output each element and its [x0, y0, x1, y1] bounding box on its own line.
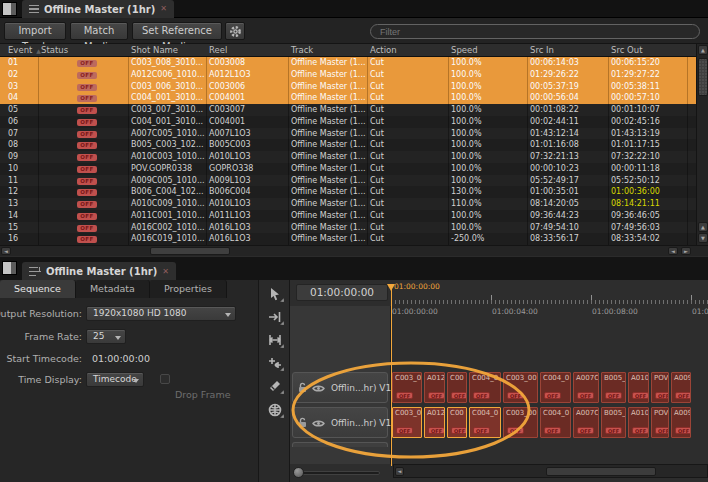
table-horizontal-scrollbar[interactable]: ◄ ◄ ►: [0, 245, 708, 256]
column-header-src-in[interactable]: Src In: [528, 44, 609, 56]
current-timecode-display[interactable]: 01:00:00:00: [296, 284, 388, 301]
table-row[interactable]: 07OFFA007C005_1010...A007L1O3Offline Mas…: [0, 128, 696, 140]
lock-icon[interactable]: [297, 413, 308, 432]
timeline-clip[interactable]: C003_00OFF: [503, 407, 538, 438]
output-resolution-select[interactable]: 1920x1080 HD 1080: [86, 306, 236, 321]
tab-properties[interactable]: Properties: [150, 280, 227, 298]
scroll-left-button[interactable]: ◄: [1, 247, 11, 255]
tab-metadata[interactable]: Metadata: [76, 280, 150, 298]
tab-sequence[interactable]: Sequence: [0, 280, 76, 298]
table-row[interactable]: 04OFFC004_001_3010...C004001Offline Mast…: [0, 92, 696, 104]
track-header-v1-2[interactable]: Offlin...hr) V1: [292, 407, 388, 438]
tab-menu-icon[interactable]: [29, 5, 39, 13]
table-row[interactable]: 10OFFPOV.GOPR0338GOPRO338Offline Master …: [0, 163, 696, 175]
vertical-scroll-grip[interactable]: [698, 58, 708, 96]
timeline-clip[interactable]: C00OFF: [447, 372, 467, 403]
scroll-down-button[interactable]: ▼: [698, 233, 708, 243]
timeline-clip[interactable]: A007COFF: [573, 372, 599, 403]
panel-layout-icon-bottom[interactable]: [2, 261, 17, 275]
table-row[interactable]: 12OFFB006_C004_102...B006C004Offline Mas…: [0, 186, 696, 198]
column-header-track[interactable]: Track: [289, 44, 368, 56]
timeline-clip[interactable]: A010OFF: [628, 407, 649, 438]
select-tool[interactable]: [264, 284, 286, 304]
table-row[interactable]: 01OFFC003_008_3010...C003008Offline Mast…: [0, 57, 696, 69]
table-row[interactable]: 09OFFA010C003_1010...A010L1O3Offline Mas…: [0, 151, 696, 163]
table-row[interactable]: 15OFFA016C002_1010...A016L1O3Offline Mas…: [0, 222, 696, 234]
scroll-up-button-bottom[interactable]: ▲: [698, 222, 708, 232]
timeline-horizontal-scrollbar[interactable]: ◄: [393, 464, 708, 478]
timeline-clip[interactable]: C003_00OFF: [503, 372, 538, 403]
status-badge: OFF: [77, 95, 97, 102]
column-header-action[interactable]: Action: [368, 44, 449, 56]
table-row[interactable]: 11OFFA009C005_1010...A009L1O3Offline Mas…: [0, 175, 696, 187]
bottom-tab-offline-master[interactable]: Offline Master (1hr) ✕: [22, 262, 176, 281]
timeline-clip[interactable]: A007COFF: [573, 407, 599, 438]
trim-tool[interactable]: [264, 330, 286, 350]
filter-input[interactable]: [370, 24, 700, 39]
timeline-scroll-left-button[interactable]: ◄: [395, 467, 404, 476]
column-header-event[interactable]: Event▲: [0, 44, 39, 56]
table-row[interactable]: 08OFFB005_C003_102...B005C003Offline Mas…: [0, 139, 696, 151]
timeline-clip[interactable]: C004_0OFF: [540, 372, 571, 403]
column-header-src-out[interactable]: Src Out: [609, 44, 688, 56]
table-row[interactable]: 05OFFC003_007_3010...C003007Offline Mast…: [0, 104, 696, 116]
table-row[interactable]: 03OFFC003_006_3010...C003006Offline Mast…: [0, 81, 696, 93]
panel-layout-icon[interactable]: [2, 2, 17, 16]
table-vertical-scrollbar[interactable]: ▲ ▲ ▼: [696, 44, 708, 245]
razor-tool[interactable]: [264, 376, 286, 396]
timeline-clip[interactable]: C003_00OFF: [392, 407, 422, 438]
column-header-reel[interactable]: Reel: [207, 44, 289, 56]
zoom-slider-knob[interactable]: [293, 467, 304, 478]
tab-close-icon[interactable]: ✕: [160, 5, 167, 13]
timeline-clip[interactable]: A012COFF: [424, 407, 445, 438]
table-header-row[interactable]: Event▲StatusShot NameReelTrackActionSpee…: [0, 44, 696, 57]
eye-icon[interactable]: [312, 378, 325, 397]
bottom-tab-close-icon[interactable]: ✕: [162, 268, 169, 276]
timeline-clip[interactable]: A009OFF: [671, 407, 691, 438]
timeline-clip[interactable]: C004_0OFF: [469, 407, 501, 438]
clip-label: POV: [652, 373, 668, 383]
lock-icon[interactable]: [297, 378, 308, 397]
timeline-zoom-slider[interactable]: [296, 471, 380, 475]
settings-button[interactable]: [225, 22, 245, 40]
scroll-left-button-2[interactable]: ◄: [668, 247, 678, 255]
top-tab-offline-master[interactable]: Offline Master (1hr) ✕: [22, 0, 174, 18]
drop-frame-checkbox[interactable]: [160, 374, 170, 384]
timeline-ruler[interactable]: 01:00:00:0001:00:04:0001:00:08:0001:00:1…: [391, 280, 708, 318]
timeline-clip[interactable]: C004_0OFF: [540, 407, 571, 438]
move-clip-tool[interactable]: [264, 307, 286, 327]
timeline-clip[interactable]: POVOFF: [651, 372, 669, 403]
clip-status-badge: OFF: [451, 392, 467, 399]
timeline-clip[interactable]: C003_00OFF: [392, 372, 422, 403]
table-row[interactable]: 14OFFA011C001_1010...A011L1O3Offline Mas…: [0, 210, 696, 222]
column-header-status[interactable]: Status: [39, 44, 129, 56]
column-header-speed[interactable]: Speed: [449, 44, 528, 56]
table-row[interactable]: 02OFFA012C006_1010...A012L1O3Offline Mas…: [0, 69, 696, 81]
timeline-scroll-grip[interactable]: [546, 467, 656, 476]
match-media-button[interactable]: Match Media: [70, 22, 128, 40]
slide-tool[interactable]: [264, 353, 286, 373]
scroll-up-button[interactable]: ▲: [698, 45, 708, 55]
timeline-clip[interactable]: A012COFF: [424, 372, 445, 403]
timeline-clip[interactable]: A009OFF: [671, 372, 691, 403]
timeline-clip[interactable]: B005_COFF: [601, 372, 626, 403]
timeline-clip[interactable]: B005_COFF: [601, 407, 626, 438]
frame-rate-select[interactable]: 25: [86, 329, 126, 344]
timeline-clip[interactable]: POVOFF: [651, 407, 669, 438]
eye-icon[interactable]: [312, 413, 325, 432]
track-header-v1-1[interactable]: Offlin...hr) V1: [292, 372, 388, 403]
table-row[interactable]: 16OFFA016C019_1010...A016L1O3Offline Mas…: [0, 233, 696, 245]
table-row[interactable]: 13OFFA010C009_1010...A010L1O3Offline Mas…: [0, 198, 696, 210]
timeline-clip[interactable]: C00OFF: [447, 407, 467, 438]
timeline-clip[interactable]: C004_0OFF: [469, 372, 501, 403]
import-track-button[interactable]: Import Track: [4, 22, 66, 40]
horizontal-scroll-grip[interactable]: [150, 247, 230, 255]
scroll-right-button[interactable]: ►: [681, 247, 691, 255]
playhead-line[interactable]: [391, 288, 393, 466]
table-row[interactable]: 06OFFC004_001_3010...C004001Offline Mast…: [0, 116, 696, 128]
column-header-shot-name[interactable]: Shot Name: [129, 44, 207, 56]
set-reference-media-button[interactable]: Set Reference Media: [132, 22, 222, 40]
time-display-select[interactable]: Timecode: [86, 372, 144, 387]
timeline-clip[interactable]: A010OFF: [628, 372, 649, 403]
sync-tool[interactable]: [264, 400, 286, 420]
